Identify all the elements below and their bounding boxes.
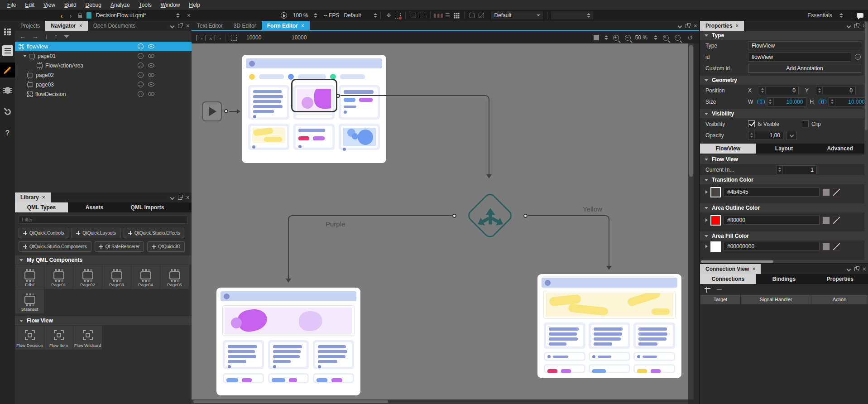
type-value-field[interactable]: FlowView — [748, 41, 861, 50]
color-picker-button[interactable] — [822, 216, 830, 224]
action-area-connector-dot[interactable] — [336, 94, 340, 98]
tab-assets[interactable]: Assets — [68, 202, 121, 212]
add-import-button[interactable]: QtQuick.Studio.Effects — [124, 228, 184, 238]
selection-frame-icon[interactable] — [393, 11, 402, 19]
export-toggle-icon[interactable] — [138, 43, 144, 49]
snap-anchors-icon[interactable]: A — [204, 34, 213, 42]
fill-color-input[interactable]: #00000000 — [724, 242, 820, 251]
add-import-button[interactable]: QtQuick3D — [147, 241, 185, 252]
document-spinner[interactable] — [176, 13, 180, 18]
dock-close-icon[interactable] — [186, 193, 190, 202]
reset-view-icon[interactable]: ↺ — [686, 34, 695, 42]
tab-text-editor[interactable]: Text Editor — [192, 21, 228, 30]
add-annotation-button[interactable]: Add Annotation — [748, 64, 861, 73]
current-in-spinbox[interactable]: 1 — [776, 165, 817, 174]
tab-open-documents[interactable]: Open Documents — [88, 21, 141, 31]
projects-mode-icon[interactable] — [0, 104, 15, 119]
transition-color-swatch[interactable] — [710, 187, 721, 197]
section-transition-color[interactable]: Transition Color — [700, 175, 868, 184]
visibility-eye-icon[interactable] — [148, 54, 154, 58]
document-name[interactable]: DecisionFlow.ui.qml* — [96, 12, 146, 19]
snap-items-icon[interactable]: ▪ — [213, 34, 222, 42]
tab-form-editor[interactable]: Form Editor× — [262, 21, 310, 30]
menu-file[interactable]: File — [3, 0, 20, 10]
link-height-icon[interactable] — [819, 100, 826, 104]
col-signal-handler[interactable]: Signal Handler — [741, 295, 811, 304]
tab-navigator[interactable]: Navigator× — [45, 21, 87, 31]
filter-icon[interactable] — [64, 35, 69, 38]
decision-right-connector[interactable] — [523, 214, 528, 218]
x-spinbox[interactable]: 0 — [759, 86, 799, 95]
dock-float-icon[interactable] — [178, 196, 182, 200]
welcome-mode-icon[interactable] — [0, 24, 15, 39]
zoom-fit-icon[interactable]: ▫ — [673, 34, 682, 42]
component-page05[interactable]: Page05 — [160, 265, 189, 289]
tab-qml-imports[interactable]: QML Imports — [121, 202, 174, 212]
edit-mode-icon[interactable] — [0, 43, 15, 58]
transition-label-yellow[interactable]: Yellow — [583, 205, 602, 213]
close-document-icon[interactable] — [184, 11, 193, 19]
component-page03[interactable]: Page03 — [102, 265, 131, 289]
remove-connection-icon[interactable] — [717, 289, 722, 290]
menu-analyze[interactable]: Analyze — [106, 0, 134, 10]
debug-mode-icon[interactable] — [0, 83, 15, 98]
link-width-icon[interactable] — [757, 100, 764, 104]
add-import-button[interactable]: Qt.SafeRenderer — [95, 241, 144, 252]
back-icon[interactable]: ‹ — [57, 11, 66, 19]
state-spinner[interactable] — [374, 13, 377, 18]
run-preview-icon[interactable] — [279, 11, 288, 19]
tab-layout-props[interactable]: Layout — [756, 144, 812, 154]
visibility-eye-icon[interactable] — [148, 44, 154, 48]
tab-connections[interactable]: Connections — [700, 274, 756, 284]
grid-view-icon[interactable] — [452, 11, 461, 19]
no-snap-icon[interactable]: × — [195, 34, 204, 42]
canvas-hscrollbar[interactable] — [192, 399, 688, 404]
dock-close-icon[interactable] — [694, 22, 697, 30]
is-visible-checkbox[interactable] — [748, 120, 755, 127]
expand-color-icon[interactable] — [705, 218, 708, 222]
tree-item-flowactionarea[interactable]: FlowActionArea — [15, 61, 192, 70]
show-bounds-icon[interactable] — [229, 34, 238, 42]
outline-color-input[interactable]: #ff0000 — [724, 216, 820, 225]
list-view-icon[interactable]: ☰ — [443, 11, 452, 19]
properties-vscrollbar[interactable] — [864, 21, 868, 263]
tree-item-flowview[interactable]: flowView — [15, 42, 192, 51]
canvas-width-field[interactable]: 10000 — [246, 34, 292, 41]
col-action[interactable]: Action — [811, 295, 868, 304]
tree-item-page01[interactable]: page01 — [15, 51, 192, 61]
design-mode-icon[interactable] — [0, 63, 15, 77]
transition-color-input[interactable]: #4b4545 — [724, 188, 820, 197]
tab-library[interactable]: Library× — [15, 192, 51, 202]
menu-view[interactable]: View — [39, 0, 60, 10]
dock-menu-icon[interactable] — [846, 267, 851, 271]
tab-projects[interactable]: Projects — [15, 21, 45, 31]
tab-flowview-props[interactable]: FlowView — [700, 144, 756, 154]
help-mode-icon[interactable]: ? — [0, 125, 15, 140]
nav-down-icon[interactable]: ↓ — [45, 33, 48, 40]
expand-caret-icon[interactable] — [23, 55, 27, 57]
bounding-rect-clock-icon[interactable] — [418, 11, 427, 19]
w-spinbox[interactable]: 10.000 — [767, 97, 806, 106]
feedback-bubble-icon[interactable] — [855, 11, 864, 19]
kit-selector[interactable]: Essentials — [807, 12, 832, 19]
add-import-button[interactable]: QtQuick.Studio.Components — [19, 241, 91, 252]
connection-line-purple[interactable] — [292, 215, 452, 216]
canvas-height-field[interactable]: 10000 — [292, 34, 337, 41]
export-icon[interactable] — [468, 11, 477, 19]
start-connector-dot[interactable] — [224, 109, 228, 113]
dock-menu-icon[interactable] — [170, 195, 174, 200]
add-import-button[interactable]: QtQuick.Layouts — [72, 228, 120, 238]
flow-action-area[interactable] — [291, 79, 337, 112]
tab-qml-types[interactable]: QML Types — [15, 202, 68, 212]
menu-tools[interactable]: Tools — [134, 0, 156, 10]
fill-color-swatch[interactable] — [710, 241, 721, 252]
preview-zoom-spinner[interactable] — [314, 13, 317, 18]
dock-menu-icon[interactable] — [170, 24, 174, 28]
component-page02[interactable]: Page02 — [73, 265, 102, 289]
section-visibility[interactable]: Visibility — [700, 109, 868, 118]
canvas-zoom-value[interactable]: 50 % — [635, 34, 647, 41]
visibility-eye-icon[interactable] — [148, 82, 154, 87]
export-toggle-icon[interactable] — [138, 91, 144, 97]
swatch-spinner[interactable] — [604, 35, 608, 40]
add-import-button[interactable]: QtQuick.Controls — [19, 228, 68, 238]
